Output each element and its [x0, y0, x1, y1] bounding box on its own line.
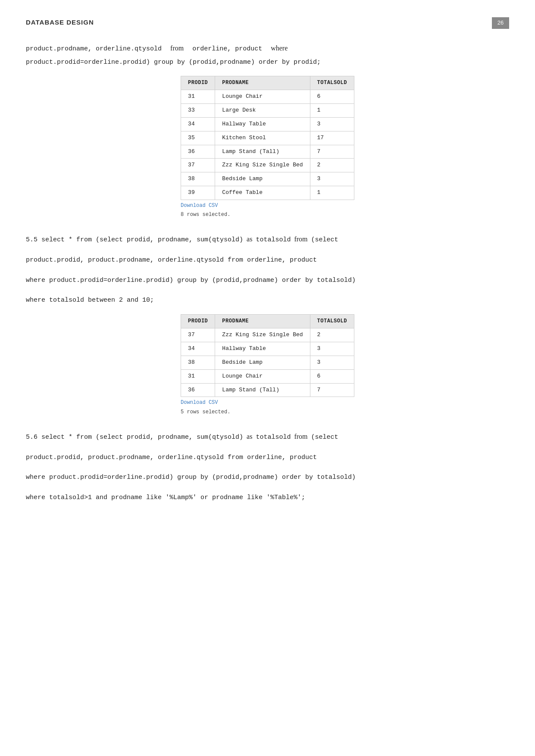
section1-table-container: PRODID PRODNAME TOTALSOLD 31Lounge Chair…	[181, 76, 354, 219]
table-row: 33Large Desk1	[181, 104, 354, 118]
section3-line2: product.prodid, product.prodname, orderl…	[26, 454, 317, 461]
section2-table: PRODID PRODNAME TOTALSOLD 37Zzz King Siz…	[181, 314, 354, 397]
section2-totalsold: totalsold	[256, 236, 291, 244]
section2-download-csv[interactable]: Download CSV	[181, 399, 354, 407]
section1-where: where	[271, 44, 288, 52]
table-row: 37Zzz King Size Single Bed2	[181, 328, 354, 342]
section3-after-from: (select	[311, 434, 338, 441]
section2-table-container: PRODID PRODNAME TOTALSOLD 37Zzz King Siz…	[181, 314, 354, 416]
section1-rows-selected: 8 rows selected.	[181, 211, 354, 219]
section1-code3: product.prodid=orderline.prodid) group b…	[26, 59, 321, 66]
page-title: DATABASE DESIGN	[26, 17, 94, 28]
section2-as: as	[247, 235, 252, 243]
section3-line3: where product.prodid=orderline.prodid) g…	[26, 474, 356, 481]
section2-from: from	[294, 235, 307, 243]
section2-line2: product.prodid, product.prodname, orderl…	[26, 256, 317, 264]
table-row: 36Lamp Stand (Tall)7	[181, 145, 354, 159]
page-number: 26	[492, 17, 509, 29]
section2-prefix: 5.5 select * from (select prodid, prodna…	[26, 236, 243, 244]
section1-download-csv[interactable]: Download CSV	[181, 202, 354, 210]
table-row: 39Coffee Table1	[181, 186, 354, 200]
table-row: 35Kitchen Stool17	[181, 131, 354, 145]
section1-text: product.prodname, orderline.qtysold from…	[26, 42, 509, 69]
section-1: product.prodname, orderline.qtysold from…	[26, 42, 509, 219]
section2-after-from: (select	[311, 236, 338, 244]
table-row: 34Hallway Table3	[181, 342, 354, 356]
table-row: 34Hallway Table3	[181, 118, 354, 131]
section2-line3: where product.prodid=orderline.prodid) g…	[26, 277, 356, 284]
table-row: 37Zzz King Size Single Bed2	[181, 159, 354, 172]
section3-line4: where totalsold>1 and prodname like '%La…	[26, 494, 305, 501]
section3-totalsold: totalsold	[256, 434, 291, 441]
section3-prefix: 5.6 select * from (select prodid, prodna…	[26, 434, 243, 441]
section3-from: from	[294, 433, 307, 440]
section3-para2: product.prodid, product.prodname, orderl…	[26, 450, 509, 464]
section2-para2: product.prodid, product.prodname, orderl…	[26, 253, 509, 266]
section2-col-totalsold: TOTALSOLD	[310, 315, 354, 328]
section2-para4: where totalsold between 2 and 10;	[26, 293, 509, 306]
section3-para4: where totalsold>1 and prodname like '%La…	[26, 490, 509, 504]
section1-code2: orderline, product	[192, 45, 262, 53]
section2-para1: 5.5 select * from (select prodid, prodna…	[26, 233, 509, 246]
table-row: 36Lamp Stand (Tall)7	[181, 383, 354, 397]
section1-code1: product.prodname, orderline.qtysold	[26, 45, 162, 53]
table-row: 38Bedside Lamp3	[181, 356, 354, 370]
table-row: 31Lounge Chair6	[181, 90, 354, 104]
section3-as: as	[247, 433, 252, 440]
section2-rows-selected: 5 rows selected.	[181, 408, 354, 416]
section2-line4: where totalsold between 2 and 10;	[26, 297, 154, 304]
section3-para1: 5.6 select * from (select prodid, prodna…	[26, 430, 509, 444]
page-header: DATABASE DESIGN 26	[26, 17, 509, 29]
section1-table: PRODID PRODNAME TOTALSOLD 31Lounge Chair…	[181, 76, 354, 200]
section1-from: from	[170, 44, 184, 52]
section2-col-prodid: PRODID	[181, 315, 215, 328]
section1-col-prodname: PRODNAME	[215, 76, 310, 90]
section1-col-prodid: PRODID	[181, 76, 215, 90]
table-row: 38Bedside Lamp3	[181, 172, 354, 186]
section2-col-prodname: PRODNAME	[215, 315, 310, 328]
section-3: 5.6 select * from (select prodid, prodna…	[26, 430, 509, 504]
section2-para3: where product.prodid=orderline.prodid) g…	[26, 273, 509, 287]
section1-col-totalsold: TOTALSOLD	[310, 76, 354, 90]
section3-para3: where product.prodid=orderline.prodid) g…	[26, 470, 509, 484]
table-row: 31Lounge Chair6	[181, 369, 354, 383]
section-2: 5.5 select * from (select prodid, prodna…	[26, 233, 509, 416]
